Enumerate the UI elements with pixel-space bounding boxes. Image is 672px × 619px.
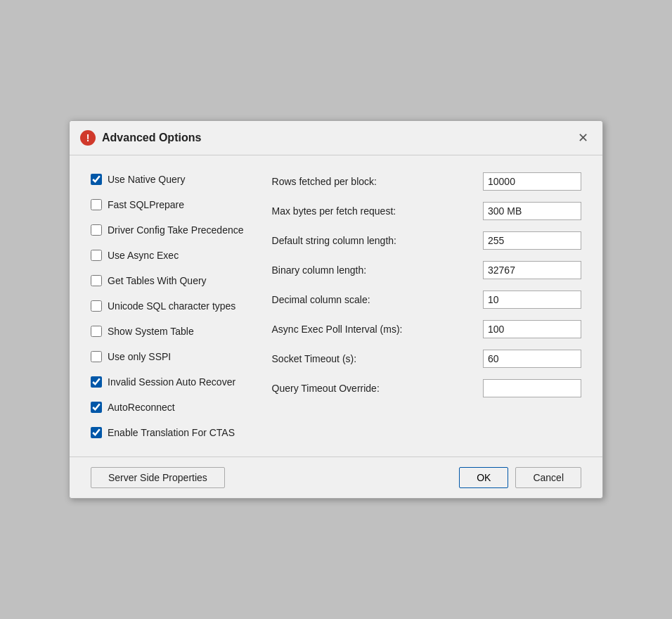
field-row-decimalColumnScale: Decimal column scale: xyxy=(272,288,581,312)
checkbox-label-showSystemTable[interactable]: Show System Table xyxy=(108,326,194,337)
field-label-queryTimeoutOverride: Query Timeout Override: xyxy=(272,383,474,394)
field-row-queryTimeoutOverride: Query Timeout Override: xyxy=(272,376,581,400)
checkbox-label-invalidSessionAutoRecover[interactable]: Invalid Session Auto Recover xyxy=(108,376,235,388)
checkbox-label-useAsyncExec[interactable]: Use Async Exec xyxy=(108,250,179,261)
field-input-maxBytesPerFetchRequest[interactable] xyxy=(483,202,581,220)
cancel-button[interactable]: Cancel xyxy=(515,467,581,488)
field-label-asyncExecPollInterval: Async Exec Poll Interval (ms): xyxy=(272,324,474,335)
checkbox-row-showSystemTable: Show System Table xyxy=(91,321,244,341)
field-input-socketTimeout[interactable] xyxy=(483,350,581,368)
field-label-maxBytesPerFetchRequest: Max bytes per fetch request: xyxy=(272,205,474,217)
options-grid: Use Native QueryFast SQLPrepareDriver Co… xyxy=(91,170,581,442)
checkboxes-column: Use Native QueryFast SQLPrepareDriver Co… xyxy=(91,170,244,442)
checkbox-driverConfigTakePrecedence[interactable] xyxy=(91,224,102,236)
checkbox-showSystemTable[interactable] xyxy=(91,326,102,337)
title-bar-left: ! Advanced Options xyxy=(79,129,201,146)
server-side-properties-button[interactable]: Server Side Properties xyxy=(91,467,225,488)
fields-column: Rows fetched per block:Max bytes per fet… xyxy=(272,170,581,442)
checkbox-label-useNativeQuery[interactable]: Use Native Query xyxy=(108,174,185,185)
checkbox-row-driverConfigTakePrecedence: Driver Config Take Precedence xyxy=(91,220,244,240)
checkbox-label-autoReconnect[interactable]: AutoReconnect xyxy=(108,402,175,413)
advanced-options-dialog: ! Advanced Options ✕ Use Native QueryFas… xyxy=(69,120,603,499)
field-input-rowsFetchedPerBlock[interactable] xyxy=(483,172,581,191)
checkbox-fastSQLPrepare[interactable] xyxy=(91,199,102,210)
app-icon: ! xyxy=(79,129,96,146)
field-row-defaultStringColumnLength: Default string column length: xyxy=(272,229,581,253)
field-row-maxBytesPerFetchRequest: Max bytes per fetch request: xyxy=(272,199,581,223)
field-input-decimalColumnScale[interactable] xyxy=(483,291,581,309)
field-label-defaultStringColumnLength: Default string column length: xyxy=(272,235,474,246)
svg-text:!: ! xyxy=(86,132,90,143)
field-row-rowsFetchedPerBlock: Rows fetched per block: xyxy=(272,170,581,193)
checkbox-invalidSessionAutoRecover[interactable] xyxy=(91,376,102,388)
checkbox-useOnlySSPI[interactable] xyxy=(91,351,102,362)
field-row-binaryColumnLength: Binary column length: xyxy=(272,258,581,282)
checkbox-row-invalidSessionAutoRecover: Invalid Session Auto Recover xyxy=(91,372,244,392)
checkbox-label-useOnlySSPI[interactable]: Use only SSPI xyxy=(108,351,171,362)
close-button[interactable]: ✕ xyxy=(573,128,593,148)
checkbox-row-enableTranslationForCTAS: Enable Translation For CTAS xyxy=(91,423,244,442)
title-bar: ! Advanced Options ✕ xyxy=(70,121,602,155)
field-row-socketTimeout: Socket Timeout (s): xyxy=(272,347,581,371)
checkbox-useAsyncExec[interactable] xyxy=(91,250,102,261)
checkbox-unicodeSQLCharacterTypes[interactable] xyxy=(91,300,102,312)
field-input-defaultStringColumnLength[interactable] xyxy=(483,231,581,250)
checkbox-useNativeQuery[interactable] xyxy=(91,174,102,185)
checkbox-row-useAsyncExec: Use Async Exec xyxy=(91,245,244,265)
content-area: Use Native QueryFast SQLPrepareDriver Co… xyxy=(70,155,602,457)
checkbox-label-getTablesWithQuery[interactable]: Get Tables With Query xyxy=(108,275,207,286)
footer-right-buttons: OK Cancel xyxy=(459,467,581,488)
field-label-socketTimeout: Socket Timeout (s): xyxy=(272,353,474,364)
checkbox-label-fastSQLPrepare[interactable]: Fast SQLPrepare xyxy=(108,199,184,210)
checkbox-row-fastSQLPrepare: Fast SQLPrepare xyxy=(91,195,244,215)
checkbox-getTablesWithQuery[interactable] xyxy=(91,275,102,286)
field-row-asyncExecPollInterval: Async Exec Poll Interval (ms): xyxy=(272,317,581,341)
checkbox-enableTranslationForCTAS[interactable] xyxy=(91,427,102,438)
dialog-title: Advanced Options xyxy=(102,132,201,144)
checkbox-row-unicodeSQLCharacterTypes: Unicode SQL character types xyxy=(91,296,244,316)
checkbox-autoReconnect[interactable] xyxy=(91,402,102,413)
field-input-asyncExecPollInterval[interactable] xyxy=(483,320,581,338)
field-input-queryTimeoutOverride[interactable] xyxy=(483,379,581,397)
checkbox-label-driverConfigTakePrecedence[interactable]: Driver Config Take Precedence xyxy=(108,224,244,236)
checkbox-row-useOnlySSPI: Use only SSPI xyxy=(91,347,244,366)
field-label-binaryColumnLength: Binary column length: xyxy=(272,264,474,276)
checkbox-label-unicodeSQLCharacterTypes[interactable]: Unicode SQL character types xyxy=(108,300,235,312)
field-label-decimalColumnScale: Decimal column scale: xyxy=(272,294,474,305)
checkbox-label-enableTranslationForCTAS[interactable]: Enable Translation For CTAS xyxy=(108,427,235,438)
checkbox-row-getTablesWithQuery: Get Tables With Query xyxy=(91,271,244,291)
checkbox-row-autoReconnect: AutoReconnect xyxy=(91,397,244,417)
field-label-rowsFetchedPerBlock: Rows fetched per block: xyxy=(272,176,474,187)
checkbox-row-useNativeQuery: Use Native Query xyxy=(91,170,244,189)
dialog-footer: Server Side Properties OK Cancel xyxy=(70,457,602,498)
field-input-binaryColumnLength[interactable] xyxy=(483,261,581,279)
ok-button[interactable]: OK xyxy=(459,467,508,488)
